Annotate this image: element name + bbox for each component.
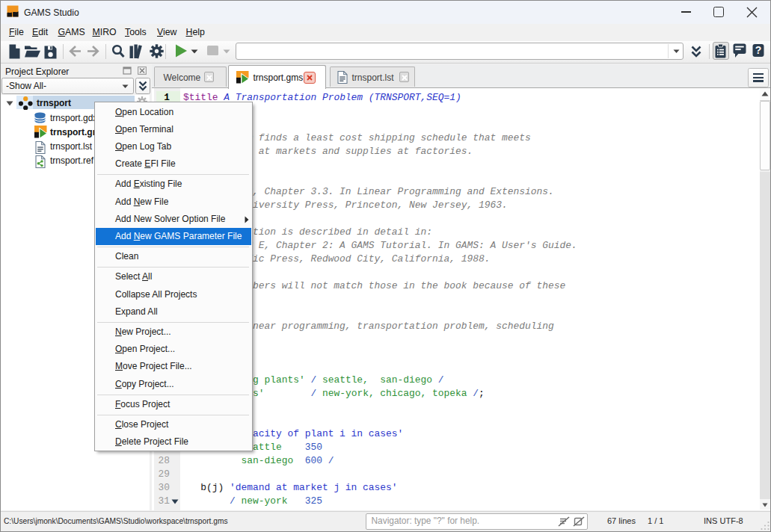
svg-text:?: ? — [755, 44, 762, 56]
